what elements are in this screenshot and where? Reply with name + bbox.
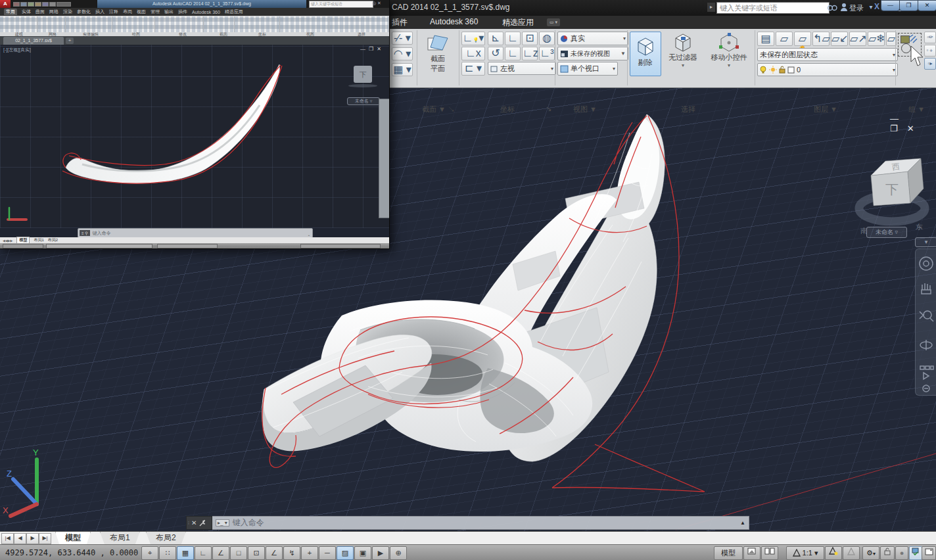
tab-plugins[interactable]: 插件 (392, 17, 408, 28)
drawing-restore-button[interactable]: ❐ (890, 124, 907, 133)
toolbar-lock-button[interactable] (880, 546, 895, 560)
ucs-panel-launcher[interactable]: ↘ (546, 105, 551, 113)
inner-ribbon-tabs[interactable]: 常用 实体 曲面 网格 渲染 参数化 插入 注释 布局 视图 管理 输出 插件 … (0, 8, 389, 16)
inner-named-view-pill[interactable]: 未命名 ▿ (347, 97, 380, 105)
inner-file-tab[interactable]: 02_1_1_3577.sv$ (3, 37, 64, 45)
inner-qat-dropdown[interactable] (57, 2, 71, 7)
ucs-z-vector-button[interactable]: ∟z (522, 47, 538, 60)
inner-tab-nav[interactable]: ◀◀▶▶ (3, 239, 12, 243)
layer-properties-button[interactable]: ▤ (757, 32, 774, 46)
infocenter-search-input[interactable]: 键入关键字或短语 (716, 2, 830, 14)
inner-palette-strip[interactable] (379, 99, 389, 218)
inner-tab[interactable]: 参数化 (77, 9, 91, 15)
inner-viewport[interactable]: [-][左视][真实] —❐✕ 下 未命名 ▿ (0, 45, 389, 228)
tab-layout1[interactable]: 布局1 (100, 532, 140, 545)
inner-panel[interactable] (204, 16, 235, 32)
minimize-button[interactable]: — (881, 0, 900, 11)
signin-user-icon[interactable] (840, 3, 848, 12)
recent-commands-icon[interactable]: ▸_ ▾ (216, 519, 229, 526)
secondary-autocad-window[interactable]: A Autodesk AutoCAD 2014 02_1_1_3577.sv$.… (0, 0, 390, 249)
named-ucs-button[interactable]: ⊏ ▾ (461, 62, 485, 76)
dynamic-input-toggle[interactable]: + (301, 546, 318, 560)
group-panel-footer[interactable]: 组 ▼ (908, 105, 925, 114)
inner-panel[interactable] (66, 16, 112, 32)
layer-unisolate-button[interactable]: ▱↗ (849, 32, 866, 46)
drawing-minimize-button[interactable]: — (890, 114, 908, 124)
grid-display-toggle[interactable]: ▦ (177, 546, 194, 560)
inner-tab[interactable]: 网格 (49, 9, 59, 15)
command-close-icon[interactable]: ✕ (191, 519, 197, 526)
command-line-handle[interactable]: ⁞ ✕ (186, 516, 212, 530)
ucs-z-axis-button[interactable]: ∟ (505, 47, 521, 60)
inner-panel[interactable] (235, 16, 280, 32)
inner-search-input[interactable]: 键入关键字或短语 (309, 1, 373, 8)
region-button[interactable]: ▦ ▾ (392, 63, 413, 76)
inner-panel[interactable] (37, 16, 66, 32)
prev-tab-button[interactable]: ◀ (14, 533, 26, 544)
annotation-visibility-button[interactable] (825, 546, 842, 560)
viewcube[interactable]: 下 西 南 东 (851, 135, 933, 240)
tab-layout2[interactable]: 布局2 (146, 532, 186, 545)
ortho-mode-toggle[interactable]: ∟ (195, 546, 212, 560)
binoculars-icon[interactable] (827, 3, 837, 12)
inner-tab[interactable]: Autodesk 360 (192, 10, 220, 14)
inner-viewcube[interactable]: 下 (354, 66, 372, 83)
ucs-origin-button[interactable]: ∟ (505, 32, 521, 45)
view-panel-footer[interactable]: 视图 ▼ (573, 105, 597, 114)
navigation-bar[interactable] (915, 248, 936, 396)
gizmo-button[interactable]: 移动小控件▾ (707, 32, 751, 68)
inner-tab[interactable]: 注释 (109, 9, 118, 15)
visual-style-combo[interactable]: 真实▾ (557, 32, 628, 45)
inner-qat-icon[interactable] (42, 2, 49, 7)
ungroup-button[interactable]: ▫✏ (924, 32, 936, 43)
workspace-switch-button[interactable]: ⚙▾ (862, 546, 879, 560)
inner-viewport-label[interactable]: [-][左视][真实] (3, 47, 31, 53)
annotation-scale-button[interactable]: 1:1 ▾ (786, 546, 824, 560)
inner-tab-layout2[interactable]: 布局2 (48, 237, 58, 243)
inner-panel[interactable] (329, 16, 389, 32)
inner-panel[interactable] (0, 16, 37, 32)
tab-featured-apps[interactable]: 精选应用 (502, 17, 534, 28)
named-view-combo[interactable]: 未保存的视图▼ (557, 47, 628, 60)
arc-button[interactable]: ◠ ▾ (392, 47, 413, 60)
section-panel-footer[interactable]: 截面 ▼ ↘ (421, 105, 456, 114)
inner-window-controls[interactable]: —❐✕ (360, 46, 385, 52)
autoscale-button[interactable] (843, 546, 860, 560)
lineweight-toggle[interactable]: ─ (319, 546, 336, 560)
selection-filter-button[interactable]: 无过滤器▾ (663, 32, 703, 68)
selection-panel-footer[interactable]: 选择 (681, 105, 695, 114)
snap-mode-toggle[interactable]: ∷ (159, 546, 176, 560)
infer-constraints-toggle[interactable]: ⌖ (141, 546, 158, 560)
ucs-icon-show-button[interactable]: ∟💡▾ (461, 32, 485, 45)
ucs-x-rotate-button[interactable]: ∟x ▾ (461, 47, 485, 60)
inner-tab[interactable]: 常用 (4, 9, 17, 15)
maximize-button[interactable]: ❐ (899, 0, 918, 11)
inner-panel[interactable] (112, 16, 155, 32)
inner-tab[interactable]: 管理 (151, 9, 160, 15)
view-direction-combo[interactable]: 左视▾ (488, 62, 556, 75)
inner-tab[interactable]: 插件 (178, 9, 187, 15)
inner-title-bar[interactable]: A Autodesk AutoCAD 2014 02_1_1_3577.sv$.… (0, 0, 389, 8)
inner-tab[interactable]: 实体 (22, 9, 31, 15)
tab-autodesk360[interactable]: Autodesk 360 (430, 17, 478, 26)
viewport-config-combo[interactable]: 单个视口▾ (557, 62, 618, 76)
annotation-monitor-toggle[interactable]: ⊕ (390, 546, 407, 560)
ucs-object-button[interactable]: ⊡ (522, 32, 538, 45)
section-plane-button[interactable]: 截面平面 (421, 33, 455, 74)
quick-view-layouts-button[interactable] (743, 546, 761, 560)
ribbon-display-toggle[interactable]: ▭ ▾ (547, 18, 560, 26)
command-expand-icon[interactable]: ▲ (740, 520, 745, 526)
inner-tab[interactable]: 精选应用 (225, 9, 243, 15)
ucs-panel-footer[interactable]: 坐标 (488, 105, 527, 114)
ucs-3point-button[interactable]: ∟³ (539, 47, 555, 60)
ucs-world-button[interactable]: ◍ (539, 32, 555, 45)
construction-line-button[interactable]: -∕- ▾ (392, 32, 413, 45)
layer-match-button[interactable]: ▱ (776, 32, 793, 46)
transparency-toggle[interactable]: ▨ (337, 546, 354, 560)
inner-app-button[interactable]: A (0, 0, 11, 8)
polar-tracking-toggle[interactable]: ∠ (212, 546, 229, 560)
first-tab-button[interactable]: |◀ (1, 533, 14, 544)
inner-new-tab-button[interactable]: + (66, 37, 74, 44)
close-button[interactable]: ✕ (918, 0, 936, 11)
status-tray-button[interactable]: ● (895, 546, 908, 560)
